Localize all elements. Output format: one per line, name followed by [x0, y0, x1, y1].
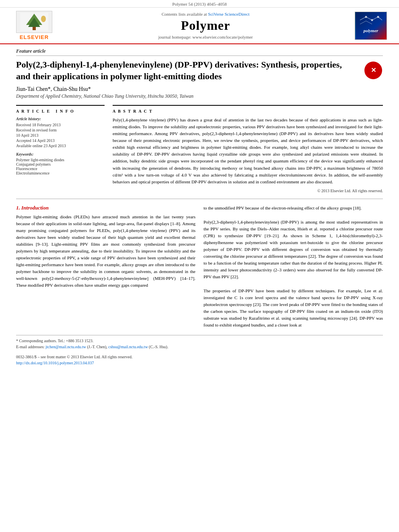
intro-right-column: to the unmodified PPV because of the ele…: [204, 205, 383, 329]
svg-point-13: [371, 19, 373, 21]
article-title-row: Poly(2,3-diphenyl-1,4-phenylenevinylene)…: [16, 59, 383, 82]
svg-text:polymer: polymer: [363, 28, 378, 33]
received-revised-label: Received in revised form: [16, 128, 105, 132]
top-bar: Polymer 54 (2013) 4045–4058: [0, 0, 399, 8]
keyword-1: Polymer light-emitting diodes: [16, 158, 105, 162]
article-info: A R T I C L E I N F O Article history: R…: [16, 105, 105, 193]
sciverse-link[interactable]: SciVerse ScienceDirect: [208, 12, 249, 16]
issn-text: 0032-3861/$ – see front matter © 2013 El…: [16, 354, 383, 360]
elsevier-logo-image: [16, 11, 52, 33]
section-divider: [16, 199, 383, 199]
journal-citation: Polymer 54 (2013) 4045–4058: [172, 2, 226, 6]
received-revised-date: 10 April 2013: [16, 133, 105, 138]
intro-left-column: 1. Introduction Polymer light-emitting d…: [16, 205, 195, 329]
feature-label: Feature article: [16, 48, 383, 56]
journal-center: Contents lists available at SciVerse Sci…: [56, 12, 355, 39]
authors: Jiun-Tai Chen*, Chain-Shu Hsu*: [16, 86, 383, 92]
bottom-bar: 0032-3861/$ – see front matter © 2013 El…: [16, 354, 383, 366]
crossmark-icon: ✕: [364, 62, 382, 79]
journal-header: ELSEVIER Contents lists available at Sci…: [0, 8, 399, 44]
journal-name: Polymer: [56, 18, 355, 33]
footnote-section: * Corresponding authors. Tel.: +886 3513…: [16, 335, 383, 350]
intro-right-para-2: Poly(2,3-diphenyl-1,4-phenylenevinylene)…: [204, 219, 383, 280]
section-1-heading: 1. Introduction: [16, 205, 195, 211]
affiliation: Department of Applied Chemistry, Nationa…: [16, 93, 383, 99]
doi-link[interactable]: http://dx.doi.org/10.1016/j.polymer.2013…: [16, 361, 94, 365]
intro-right-para-3: The properties of DP-PPV have been studi…: [204, 288, 383, 329]
copyright: © 2013 Elsevier Ltd. All rights reserved…: [113, 189, 383, 193]
article-info-abstract: A R T I C L E I N F O Article history: R…: [16, 105, 383, 193]
footnote-corresponding: * Corresponding authors. Tel.: +886 3513…: [16, 338, 383, 344]
svg-rect-3: [33, 27, 36, 30]
introduction-section: 1. Introduction Polymer light-emitting d…: [16, 205, 383, 329]
crossmark-badge[interactable]: ✕: [364, 61, 383, 80]
keyword-4: Electroluminescence: [16, 171, 105, 175]
abstract-heading: A B S T R A C T: [113, 109, 383, 113]
keyword-2: Conjugated polymers: [16, 162, 105, 166]
article-info-heading: A R T I C L E I N F O: [16, 109, 105, 113]
svg-point-4: [41, 16, 46, 22]
polymer-logo: polymer: [355, 12, 387, 40]
journal-homepage: journal homepage: www.elsevier.com/locat…: [56, 35, 355, 39]
elsevier-brand: ELSEVIER: [20, 34, 49, 40]
sciverse-text: Contents lists available at SciVerse Sci…: [56, 12, 355, 16]
svg-rect-5: [356, 12, 386, 39]
email-link-1[interactable]: jtchen@mail.nctu.edu.tw: [45, 345, 86, 349]
intro-paragraph-1: Polymer light-emitting diodes (PLEDs) ha…: [16, 214, 195, 289]
keywords-label: Keywords:: [16, 152, 105, 156]
svg-point-12: [365, 16, 367, 18]
received-date-1: Received 18 February 2013: [16, 123, 105, 127]
email-link-2[interactable]: cshsu@mail.nctu.edu.tw: [108, 345, 148, 349]
abstract-section: A B S T R A C T Poly(1,4-phenylene vinyl…: [113, 105, 383, 193]
footnote-emails: E-mail addresses: jtchen@mail.nctu.edu.t…: [16, 344, 383, 350]
abstract-text: Poly(1,4-phenylene vinylene) (PPV) has d…: [113, 117, 383, 185]
available-date: Available online 23 April 2013: [16, 144, 105, 148]
history-label: Article history:: [16, 117, 105, 121]
doi-text: http://dx.doi.org/10.1016/j.polymer.2013…: [16, 360, 383, 366]
svg-text:✕: ✕: [371, 67, 376, 74]
article-title: Poly(2,3-diphenyl-1,4-phenylenevinylene)…: [16, 59, 364, 82]
svg-point-14: [377, 16, 379, 18]
intro-right-para-1: to the unmodified PPV because of the ele…: [204, 205, 383, 212]
accepted-date: Accepted 14 April 2013: [16, 138, 105, 143]
keyword-3: Fluorescence: [16, 166, 105, 171]
keywords-section: Keywords: Polymer light-emitting diodes …: [16, 152, 105, 175]
article-body: Feature article Poly(2,3-diphenyl-1,4-ph…: [0, 44, 399, 374]
elsevier-logo: ELSEVIER: [12, 11, 56, 40]
